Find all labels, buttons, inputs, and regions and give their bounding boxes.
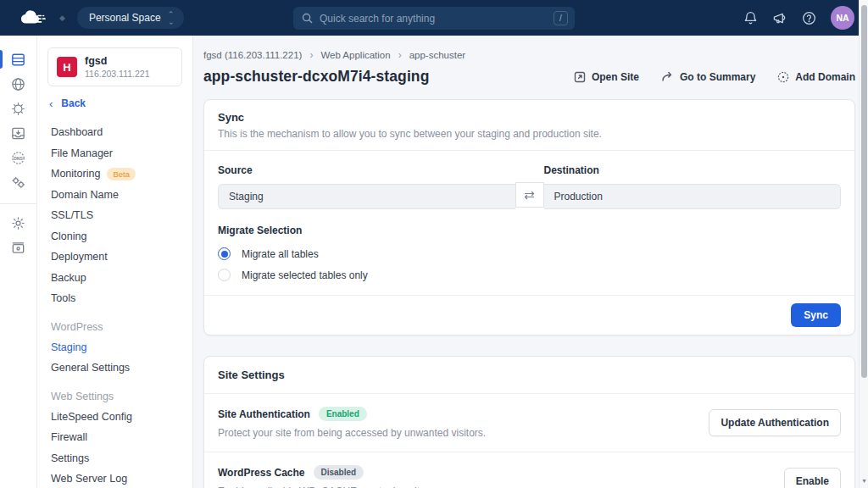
- chevron-updown-icon: ⌃⌃: [168, 12, 175, 24]
- help-icon[interactable]: [802, 11, 816, 25]
- sidebar-item-ssl-tls[interactable]: SSL/TLS: [37, 205, 192, 226]
- section-header-web-settings: Web Settings: [37, 386, 192, 407]
- destination-field: Production: [544, 184, 842, 209]
- wordpress-cache-label: WordPress Cache: [218, 467, 305, 479]
- open-site-button[interactable]: Open Site: [574, 71, 639, 83]
- sidebar-item-cloning[interactable]: Cloning: [37, 226, 192, 247]
- hetzner-logo: H: [57, 57, 77, 77]
- sidebar-item-litespeed-config[interactable]: LiteSpeed Config: [37, 407, 192, 428]
- scrollbar-track[interactable]: ▾: [859, 0, 868, 488]
- chevron-right-icon: ›: [398, 49, 402, 61]
- breadcrumb: fgsd (116.203.111.221) › Web Application…: [203, 49, 855, 61]
- sidebar-item-tools[interactable]: Tools: [37, 288, 192, 309]
- server-name: fgsd: [85, 55, 150, 67]
- sidebar-item-general-settings[interactable]: General Settings: [37, 358, 192, 379]
- sync-card: Sync This is the mechanism to allow you …: [203, 99, 855, 336]
- site-settings-card: Site Settings Site Authentication Enable…: [203, 356, 855, 488]
- beta-badge: Beta: [107, 168, 136, 180]
- sidebar-item-web-server-log[interactable]: Web Server Log: [37, 469, 192, 488]
- chevron-right-icon: ›: [309, 49, 313, 61]
- external-link-icon: [574, 71, 586, 83]
- section-header-wordpress: WordPress: [37, 317, 192, 337]
- sidebar-item-deployment[interactable]: Deployment: [37, 247, 192, 268]
- diamond-separator-icon: ◆: [59, 14, 65, 22]
- slash-shortcut-icon: /: [554, 11, 568, 25]
- domains-icon[interactable]: [8, 74, 29, 94]
- migrate-selection-label: Migrate Selection: [218, 225, 841, 236]
- site-authentication-label: Site Authentication: [218, 408, 310, 420]
- avatar[interactable]: NA: [831, 6, 854, 30]
- sidebar-item-monitoring[interactable]: MonitoringBeta: [37, 164, 192, 185]
- search-icon: [302, 13, 313, 24]
- deployments-icon[interactable]: [8, 123, 29, 143]
- rail-divider: [0, 203, 37, 204]
- services-icon[interactable]: [8, 172, 29, 192]
- web-apps-icon[interactable]: [8, 49, 29, 69]
- settings-icon[interactable]: [8, 213, 29, 233]
- sync-card-description: This is the mechanism to allow you to sy…: [218, 128, 841, 140]
- swap-icon[interactable]: [515, 182, 544, 208]
- topbar: ◆ Personal Space ⌃⌃ Quick search for any…: [0, 0, 868, 36]
- sync-button[interactable]: Sync: [791, 303, 841, 327]
- sidebar-item-settings[interactable]: Settings: [37, 448, 192, 469]
- scroll-down-arrow-icon[interactable]: ▾: [860, 477, 868, 485]
- radio-icon[interactable]: [218, 269, 231, 281]
- sidebar: H fgsd 116.203.111.221 ‹ Back Dashboard …: [37, 36, 193, 488]
- destination-label: Destination: [544, 164, 842, 176]
- main-content: fgsd (116.203.111.221) › Web Application…: [193, 36, 868, 488]
- site-authentication-row: Site Authentication Enabled Protect your…: [204, 394, 854, 452]
- certificates-icon[interactable]: [8, 98, 29, 119]
- cloud-logo-icon[interactable]: [19, 8, 49, 28]
- workspace-switcher[interactable]: Personal Space ⌃⌃: [77, 7, 184, 29]
- radio-migrate-selected-tables[interactable]: Migrate selected tables only: [218, 269, 841, 281]
- radio-migrate-all-tables[interactable]: Migrate all tables: [218, 247, 841, 260]
- breadcrumb-server[interactable]: fgsd (116.203.111.221): [203, 50, 302, 60]
- source-field: Staging: [218, 184, 515, 209]
- sidebar-item-domain-name[interactable]: Domain Name: [37, 185, 192, 206]
- sidebar-item-backup[interactable]: Backup: [37, 268, 192, 289]
- sidebar-item-dashboard[interactable]: Dashboard: [37, 122, 192, 143]
- sidebar-item-staging[interactable]: Staging: [37, 337, 192, 358]
- sidebar-item-file-manager[interactable]: File Manager: [37, 143, 192, 164]
- dns-globe-icon: [777, 71, 789, 83]
- svg-text:DNS: DNS: [14, 156, 23, 160]
- search-input[interactable]: Quick search for anything /: [293, 7, 575, 30]
- go-to-summary-button[interactable]: Go to Summary: [661, 71, 755, 83]
- source-label: Source: [218, 164, 515, 176]
- enabled-badge: Enabled: [319, 407, 367, 421]
- active-indicator: [0, 50, 3, 69]
- page-title: app-schuster-dcxoM7i4-staging: [203, 68, 429, 86]
- dns-icon[interactable]: DNS: [8, 147, 29, 168]
- enable-button[interactable]: Enable: [784, 468, 841, 488]
- radio-icon[interactable]: [218, 247, 231, 260]
- breadcrumb-app[interactable]: app-schuster: [409, 50, 465, 60]
- sidebar-nav: Dashboard File Manager MonitoringBeta Do…: [37, 122, 192, 488]
- backups-icon[interactable]: [8, 237, 29, 258]
- server-card[interactable]: H fgsd 116.203.111.221: [47, 47, 182, 86]
- workspace-label: Personal Space: [89, 12, 161, 24]
- sync-card-title: Sync: [218, 111, 841, 124]
- site-authentication-description: Protect your site from being accessed by…: [218, 427, 486, 439]
- megaphone-icon[interactable]: [772, 11, 787, 25]
- sidebar-item-firewall[interactable]: Firewall: [37, 427, 192, 448]
- add-domain-button[interactable]: Add Domain: [777, 71, 855, 83]
- wordpress-cache-row: WordPress Cache Disabled Enable or disab…: [204, 452, 854, 488]
- search-placeholder: Quick search for anything: [320, 13, 554, 25]
- update-authentication-button[interactable]: Update Authentication: [709, 409, 841, 436]
- site-settings-title: Site Settings: [218, 369, 841, 381]
- chevron-left-icon: ‹: [49, 97, 53, 110]
- scrollbar-thumb[interactable]: [861, 5, 867, 378]
- back-button[interactable]: ‹ Back: [49, 97, 192, 110]
- bell-icon[interactable]: [743, 11, 758, 25]
- icon-rail: DNS: [0, 36, 37, 488]
- disabled-badge: Disabled: [314, 465, 364, 480]
- server-ip: 116.203.111.221: [85, 69, 150, 79]
- breadcrumb-web-application[interactable]: Web Application: [320, 50, 390, 60]
- arrow-curve-right-icon: [661, 71, 674, 82]
